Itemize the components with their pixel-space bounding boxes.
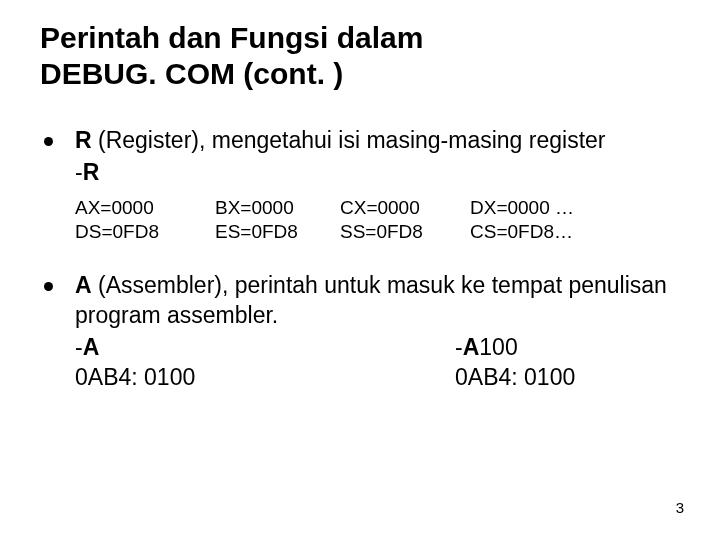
bullet-1-minus-r: -R (75, 158, 680, 188)
asm-r1c1-bold: A (83, 334, 100, 360)
slide: Perintah dan Fungsi dalam DEBUG. COM (co… (0, 0, 720, 540)
minus-r-dash: - (75, 159, 83, 185)
bullet-1-text: R (Register), mengetahui isi masing-masi… (75, 127, 606, 153)
reg-bx: BX=0000 (215, 196, 340, 221)
assembler-row-2: 0AB4: 0100 0AB4: 0100 (75, 363, 680, 393)
reg-ax: AX=0000 (75, 196, 215, 221)
minus-r-bold: R (83, 159, 100, 185)
bullet-2-text: A (Assembler), perintah untuk masuk ke t… (75, 272, 667, 328)
page-number: 3 (676, 499, 684, 516)
asm-r2c2: 0AB4: 0100 (455, 363, 680, 393)
reg-es: ES=0FD8 (215, 220, 340, 245)
reg-ds: DS=0FD8 (75, 220, 215, 245)
title-line-1: Perintah dan Fungsi dalam (40, 21, 423, 54)
asm-r1c1: -A (75, 333, 455, 363)
register-row-1: AX=0000 BX=0000 CX=0000 DX=0000 … (75, 196, 680, 221)
assembler-block: -A -A100 0AB4: 0100 0AB4: 0100 (75, 333, 680, 393)
title-line-2: DEBUG. COM (cont. ) (40, 57, 343, 90)
reg-ss: SS=0FD8 (340, 220, 470, 245)
asm-r1c2-dash: - (455, 334, 463, 360)
bullet-1: R (Register), mengetahui isi masing-masi… (40, 126, 680, 188)
register-row-2: DS=0FD8 ES=0FD8 SS=0FD8 CS=0FD8… (75, 220, 680, 245)
asm-r1c1-dash: - (75, 334, 83, 360)
bullet-1-body: R (Register), mengetahui isi masing-masi… (75, 126, 680, 188)
asm-r2c1: 0AB4: 0100 (75, 363, 455, 393)
asm-r1c2-rest: 100 (479, 334, 517, 360)
register-output: AX=0000 BX=0000 CX=0000 DX=0000 … DS=0FD… (75, 196, 680, 245)
bullet-1-bold: R (75, 127, 92, 153)
bullet-icon (44, 282, 53, 291)
bullet-1-rest: (Register), mengetahui isi masing-masing… (92, 127, 606, 153)
reg-dx: DX=0000 … (470, 196, 680, 221)
bullet-icon (44, 137, 53, 146)
bullet-2: A (Assembler), perintah untuk masuk ke t… (40, 271, 680, 393)
reg-cx: CX=0000 (340, 196, 470, 221)
asm-r1c2: -A100 (455, 333, 680, 363)
bullet-2-bold: A (75, 272, 92, 298)
reg-cs: CS=0FD8… (470, 220, 680, 245)
bullet-2-rest: (Assembler), perintah untuk masuk ke tem… (75, 272, 667, 328)
slide-title: Perintah dan Fungsi dalam DEBUG. COM (co… (40, 20, 680, 92)
assembler-row-1: -A -A100 (75, 333, 680, 363)
asm-r1c2-bold: A (463, 334, 480, 360)
bullet-2-body: A (Assembler), perintah untuk masuk ke t… (75, 271, 680, 393)
